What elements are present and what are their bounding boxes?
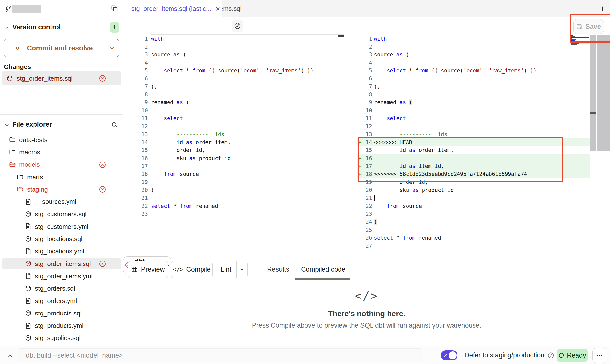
tree-item-stg-order-items-sql[interactable]: stg_order_items.sql (0, 258, 123, 270)
editor-right-pane[interactable]: 1with23source as (45 select * from {{ so… (357, 34, 590, 250)
overview-ruler[interactable] (597, 35, 610, 151)
code-line[interactable]: 22select * from renamed (123, 202, 344, 210)
code-line[interactable]: 14 id as order_item, (123, 138, 344, 146)
editor-scrollbar-track[interactable] (590, 35, 596, 151)
tree-item-stg-products-yml[interactable]: stg_products.yml (0, 319, 123, 332)
lineage-compass-button[interactable] (232, 20, 243, 32)
code-line[interactable]: +16======= (357, 154, 590, 162)
code-line[interactable]: +18>>>>>>> 58c1dd23d5eebd9cd2495fa7124ab… (357, 170, 590, 178)
code-line[interactable]: 18 from source (123, 170, 344, 178)
chevron-down-icon[interactable] (109, 46, 115, 50)
code-line[interactable]: 9renamed as ( (357, 99, 590, 106)
tree-item-stg-customers-sql[interactable]: stg_customers.sql (0, 208, 123, 220)
editor-left-pane[interactable]: 1with23source as (45 select * from {{ so… (123, 34, 344, 218)
code-line[interactable]: +14<<<<<<< HEAD (357, 138, 590, 146)
code-line[interactable]: 19 order_id, (357, 178, 590, 186)
defer-toggle[interactable] (441, 350, 458, 360)
tree-item-stg-customers-yml[interactable]: stg_customers.yml (0, 220, 123, 233)
preview-button[interactable]: Preview (128, 261, 168, 278)
tab-results[interactable]: Results (267, 256, 289, 282)
command-input[interactable]: dbt build --select <model_name> (18, 348, 422, 362)
code-line[interactable]: 25 (357, 226, 590, 234)
tree-item-stg-locations-sql[interactable]: stg_locations.sql (0, 233, 123, 245)
tree-item-stg-order-items-yml[interactable]: stg_order_items.yml (0, 270, 123, 282)
code-line[interactable]: 6 (357, 75, 590, 83)
tree-item-data-tests[interactable]: data-tests (0, 134, 123, 146)
code-line[interactable]: 12 (357, 122, 590, 130)
save-button[interactable]: Save (573, 19, 604, 34)
chevron-down-icon[interactable] (4, 122, 10, 128)
minimap[interactable] (571, 35, 589, 50)
ready-status-badge[interactable]: Ready (557, 349, 588, 362)
collapse-chevron-up-icon[interactable] (6, 352, 13, 359)
code-line[interactable]: +17 id as item_id, (357, 162, 590, 170)
code-line[interactable]: 3source as ( (123, 51, 344, 59)
code-line[interactable]: 7), (357, 83, 590, 90)
changes-item-stg-order-items[interactable]: stg_order_items.sql (2, 71, 121, 85)
code-line[interactable]: 8 (123, 90, 344, 98)
code-line[interactable]: 6 (123, 75, 344, 83)
code-line[interactable]: 2 (123, 43, 344, 50)
tree-item-stg-orders-yml[interactable]: stg_orders.yml (0, 295, 123, 307)
code-line[interactable]: 26select * from renamed (357, 234, 590, 242)
code-line[interactable]: 13 ---------- ids (123, 130, 344, 138)
code-line[interactable]: 13 ---------- ids (357, 130, 590, 138)
tree-item--sources-yml[interactable]: __sources.yml (0, 196, 123, 208)
git-branch-icon[interactable] (5, 5, 12, 12)
code-line[interactable]: 23 (123, 210, 344, 218)
tree-item-stg-orders-sql[interactable]: stg_orders.sql (0, 282, 123, 295)
code-line[interactable]: 11 select (357, 114, 590, 122)
code-line[interactable]: 20) (123, 186, 344, 194)
new-tab-plus-icon[interactable] (599, 5, 606, 12)
code-line[interactable]: 10 (357, 106, 590, 114)
code-line[interactable]: 1with (357, 35, 590, 43)
left-editor-scrollbar-thumb[interactable] (338, 35, 344, 37)
chevron-down-icon[interactable] (237, 267, 247, 272)
code-line[interactable]: 2 (357, 43, 590, 50)
commit-and-resolve-button[interactable]: Commit and resolve (4, 39, 119, 57)
code-line[interactable]: 21 (123, 194, 344, 202)
code-line[interactable]: 22 from source (357, 202, 590, 210)
code-line[interactable]: 4 (357, 59, 590, 66)
code-line[interactable]: 8 (357, 90, 590, 98)
tab-stg-order-items[interactable]: stg_order_items.sql (last c... (123, 0, 222, 17)
code-line[interactable]: 20 sku as product_id (357, 186, 590, 194)
copy-icon[interactable] (111, 5, 118, 12)
code-line[interactable]: 17 (123, 162, 344, 170)
chevron-down-icon[interactable] (4, 25, 10, 31)
code-line[interactable]: 23 (357, 210, 590, 218)
code-line[interactable]: 24) (357, 218, 590, 226)
scrollbar-thumb[interactable] (590, 112, 596, 114)
tree-item-stg-locations-yml[interactable]: stg_locations.yml (0, 245, 123, 258)
code-line[interactable]: 16 sku as product_id (123, 154, 344, 162)
tree-item-staging[interactable]: staging (0, 183, 123, 196)
code-line[interactable]: 15 order_id, (123, 146, 344, 154)
code-line[interactable]: 1with (123, 35, 344, 43)
code-line[interactable]: 10 (123, 106, 344, 114)
diff-editor[interactable]: 1with23source as (45 select * from {{ so… (123, 34, 610, 256)
code-line[interactable]: 5 select * from {{ source('ecom', 'raw_i… (123, 66, 344, 74)
code-line[interactable]: 27 (357, 242, 590, 250)
code-line[interactable]: 7), (123, 83, 344, 90)
code-line[interactable]: 21 (357, 194, 590, 202)
code-line[interactable]: 5 select * from {{ source('ecom', 'raw_i… (357, 66, 590, 74)
code-line[interactable]: 3source as ( (357, 51, 590, 59)
tree-item-models[interactable]: models (0, 159, 123, 171)
compile-button[interactable]: </> Compile (171, 261, 213, 278)
tab-close-icon[interactable] (215, 6, 221, 12)
lint-button[interactable]: Lint (216, 261, 248, 278)
tree-item-marts[interactable]: marts (0, 171, 123, 183)
code-line[interactable]: 9renamed as ( (123, 99, 344, 106)
tree-item-stg-supplies-sql[interactable]: stg_supplies.sql (0, 332, 123, 344)
help-icon[interactable] (547, 352, 554, 359)
code-line[interactable]: 19 (123, 178, 344, 186)
code-line[interactable]: 15 id as order_item, (357, 146, 590, 154)
code-line[interactable]: 4 (123, 59, 344, 66)
code-line[interactable]: 12 (123, 122, 344, 130)
branch-name-redacted[interactable] (12, 5, 41, 13)
search-icon[interactable] (111, 121, 118, 129)
tree-item-macros[interactable]: macros (0, 146, 123, 158)
tree-item-stg-products-sql[interactable]: stg_products.sql (0, 307, 123, 319)
code-line[interactable]: 11 select (123, 114, 344, 122)
more-options-button[interactable] (592, 348, 607, 363)
